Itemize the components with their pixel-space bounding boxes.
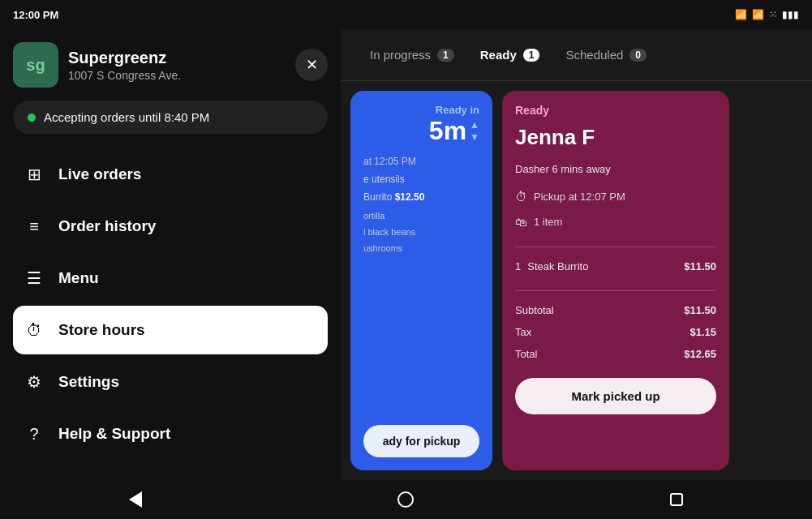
ready-in-label: Ready in <box>363 104 479 116</box>
pickup-time-row: ⏱ Pickup at 12:07 PM <box>515 190 716 204</box>
item-count: 1 item <box>534 216 562 228</box>
bottom-nav <box>0 480 812 519</box>
sidebar-item-label: Order history <box>58 217 156 235</box>
order-card-in-progress: Ready in 5m ▲ ▼ at 12:05 PM e utensils B… <box>350 91 492 470</box>
customer-name: Jenna F <box>515 125 716 150</box>
sidebar-item-store-hours[interactable]: ⏱ Store hours <box>13 306 328 354</box>
close-button[interactable]: ✕ <box>295 49 328 81</box>
live-orders-icon: ⊞ <box>23 163 45 186</box>
ready-in-value: 5m <box>429 116 466 146</box>
help-icon: ? <box>23 422 45 445</box>
order-note-2: l black beans <box>363 227 479 237</box>
pickup-time: Pickup at 12:07 PM <box>534 191 625 203</box>
subtotal-row: Subtotal $11.50 <box>515 304 716 316</box>
item-count-row: 🛍 1 item <box>515 215 716 229</box>
sidebar-item-live-orders[interactable]: ⊞ Live orders <box>13 150 328 199</box>
clock-icon: ⏱ <box>515 190 527 204</box>
time-arrows[interactable]: ▲ ▼ <box>470 119 479 143</box>
main-layout: sg Supergreenz 1007 S Congress Ave. ✕ Ac… <box>0 29 812 480</box>
sidebar: sg Supergreenz 1007 S Congress Ave. ✕ Ac… <box>0 29 341 480</box>
tax-value: $1.15 <box>690 326 716 338</box>
ready-for-pickup-button[interactable]: ady for pickup <box>363 425 479 457</box>
orders-container: Ready in 5m ▲ ▼ at 12:05 PM e utensils B… <box>341 81 812 480</box>
content-area: In progress 1 Ready 1 Scheduled 0 Ready … <box>341 29 812 480</box>
total-label: Total <box>515 348 537 360</box>
bag-icon: 🛍 <box>515 215 527 229</box>
sidebar-item-label: Store hours <box>58 321 145 339</box>
total-row: Total $12.65 <box>515 348 716 360</box>
back-button[interactable] <box>124 488 147 511</box>
sidebar-item-settings[interactable]: ⚙ Settings <box>13 358 328 406</box>
store-info: Supergreenz 1007 S Congress Ave. <box>68 49 328 82</box>
store-name: Supergreenz <box>68 49 328 67</box>
tab-bar: In progress 1 Ready 1 Scheduled 0 <box>341 29 812 81</box>
tab-ready-label: Ready <box>480 48 517 62</box>
total-value: $12.65 <box>684 348 716 360</box>
sidebar-item-help-support[interactable]: ? Help & Support <box>13 410 328 458</box>
signal-icon: ⁙ <box>769 9 777 20</box>
order-utensils: e utensils <box>363 174 479 185</box>
order-item-row: 1 Steak Burrito $11.50 <box>515 260 716 272</box>
home-icon <box>397 491 414 508</box>
status-bar: 12:00 PM 📶 📶 ⁙ ▮▮▮ <box>0 0 812 29</box>
item-price: $11.50 <box>684 260 716 272</box>
item-qty: 1 <box>515 260 521 272</box>
sidebar-item-order-history[interactable]: ≡ Order history <box>13 202 328 251</box>
item-name: Steak Burrito <box>527 260 684 272</box>
battery-icon: ▮▮▮ <box>782 9 799 20</box>
divider-2 <box>515 290 716 291</box>
sidebar-item-menu[interactable]: ☰ Menu <box>13 254 328 302</box>
wifi-icon: 📶 <box>752 9 764 20</box>
tab-scheduled-badge: 0 <box>629 49 647 62</box>
status-icons: 📶 📶 ⁙ ▮▮▮ <box>735 9 799 20</box>
divider <box>515 247 716 247</box>
dasher-info: Dasher 6 mins away <box>515 163 716 175</box>
menu-icon: ☰ <box>23 267 45 290</box>
tab-in-progress[interactable]: In progress 1 <box>357 41 467 68</box>
tab-ready-badge: 1 <box>523 49 540 62</box>
tax-label: Tax <box>515 326 531 338</box>
tab-in-progress-label: In progress <box>370 48 431 62</box>
tab-ready[interactable]: Ready 1 <box>467 41 553 68</box>
sidebar-item-label: Help & Support <box>58 425 170 443</box>
home-button[interactable] <box>394 488 417 511</box>
order-time-info: at 12:05 PM <box>363 156 479 167</box>
order-note-3: ushrooms <box>363 243 479 253</box>
store-hours-icon: ⏱ <box>23 319 45 341</box>
tax-row: Tax $1.15 <box>515 326 716 338</box>
recent-button[interactable] <box>665 488 688 511</box>
store-address: 1007 S Congress Ave. <box>68 69 328 82</box>
mark-picked-up-button[interactable]: Mark picked up <box>515 378 716 414</box>
store-header: sg Supergreenz 1007 S Congress Ave. ✕ <box>13 42 328 88</box>
recent-icon <box>670 493 683 506</box>
back-icon <box>129 491 142 508</box>
order-item-name: Burrito $12.50 <box>363 191 479 203</box>
subtotal-label: Subtotal <box>515 304 554 316</box>
accepting-badge[interactable]: Accepting orders until 8:40 PM <box>13 101 328 134</box>
order-note-1: ortilla <box>363 211 479 221</box>
sidebar-item-label: Settings <box>58 373 119 391</box>
order-history-icon: ≡ <box>23 215 45 238</box>
order-card-ready: Ready Jenna F Dasher 6 mins away ⏱ Picku… <box>502 91 729 470</box>
sidebar-item-label: Live orders <box>58 165 141 183</box>
sidebar-item-label: Menu <box>58 269 99 287</box>
store-logo: sg <box>13 42 58 88</box>
tab-scheduled[interactable]: Scheduled 0 <box>552 41 659 68</box>
bluetooth-icon: 📶 <box>735 9 747 20</box>
ready-tag: Ready <box>515 104 716 117</box>
tab-scheduled-label: Scheduled <box>565 48 623 62</box>
accepting-text: Accepting orders until 8:40 PM <box>44 110 209 124</box>
settings-icon: ⚙ <box>23 371 45 393</box>
subtotal-value: $11.50 <box>684 304 716 316</box>
status-time: 12:00 PM <box>13 9 58 21</box>
ready-in-time: 5m ▲ ▼ <box>363 116 479 146</box>
online-indicator <box>28 114 36 122</box>
tab-in-progress-badge: 1 <box>437 49 454 62</box>
